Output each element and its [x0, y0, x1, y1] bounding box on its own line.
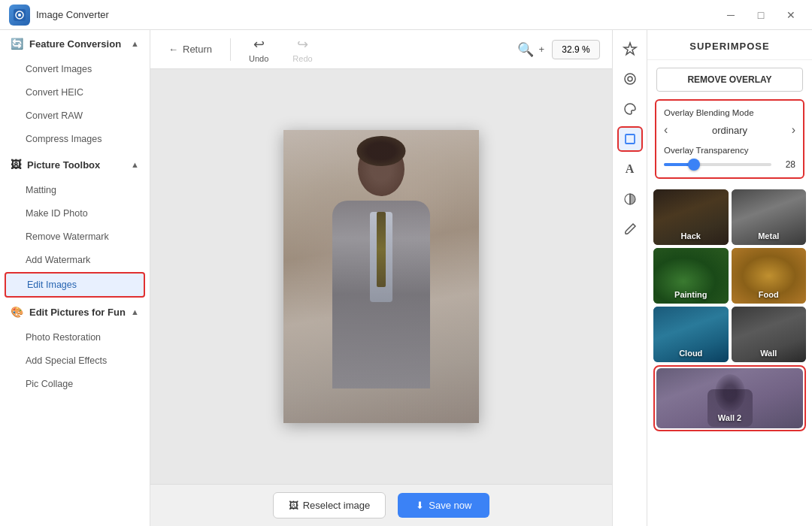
sidebar-item-matting[interactable]: Matting	[5, 179, 145, 201]
adjust-tool-button[interactable]	[617, 66, 643, 92]
sidebar-item-photo-restoration[interactable]: Photo Restoration	[5, 326, 145, 349]
undo-icon: ↩	[253, 36, 265, 53]
text-icon: A	[626, 162, 635, 176]
superimpose-header: SUPERIMPOSE	[647, 30, 812, 60]
zoom-icon: +	[538, 44, 544, 55]
chevron-up-icon: ▲	[131, 39, 139, 48]
chevron-up-icon3: ▲	[131, 307, 139, 316]
transparency-value: 28	[777, 159, 795, 170]
maximize-button[interactable]: □	[749, 7, 773, 23]
main-image	[283, 130, 479, 423]
zoom-out-button[interactable]: 🔍	[517, 41, 534, 58]
transparency-slider-row: 28	[664, 159, 795, 170]
picture-toolbox-items: Matting Make ID Photo Remove Watermark A…	[0, 179, 150, 298]
overlay-thumb-cloud[interactable]: Cloud	[653, 307, 729, 362]
svg-rect-5	[626, 135, 635, 144]
svg-point-2	[18, 14, 21, 17]
text-tool-button[interactable]: A	[617, 156, 643, 182]
feature-conversion-header[interactable]: 🔄 Feature Conversion ▲	[0, 30, 150, 57]
bottom-bar: 🖼 Reselect image ⬇ Save now	[150, 484, 612, 526]
overlay-wall-img: Wall	[732, 307, 807, 362]
overlay-thumb-wall2[interactable]: Wall 2	[656, 368, 803, 428]
transparency-slider-thumb[interactable]	[688, 159, 700, 171]
sidebar-item-convert-images[interactable]: Convert Images	[5, 58, 145, 80]
image-container	[283, 130, 479, 423]
feature-conversion-items: Convert Images Convert HEIC Convert RAW …	[0, 58, 150, 150]
overlay-food-img: Food	[732, 248, 807, 304]
svg-point-3	[625, 74, 635, 84]
sidebar-item-remove-watermark[interactable]: Remove Watermark	[5, 225, 145, 248]
shape-tool-button[interactable]	[617, 186, 643, 212]
crop-tool-button[interactable]	[617, 126, 643, 152]
reselect-image-button[interactable]: 🖼 Reselect image	[273, 492, 386, 518]
sidebar-item-edit-images[interactable]: Edit Images	[5, 272, 145, 298]
main-layout: 🔄 Feature Conversion ▲ Convert Images Co…	[0, 30, 812, 526]
brush-tool-button[interactable]	[617, 216, 643, 242]
window-controls: ─ □ ✕	[719, 7, 803, 23]
blend-next-button[interactable]: ›	[792, 123, 795, 137]
sidebar-item-make-id-photo[interactable]: Make ID Photo	[5, 202, 145, 225]
overlay-grid: Hack Metal Painting	[647, 186, 812, 434]
overlay-thumb-metal[interactable]: Metal	[732, 189, 807, 245]
overlay-effect	[283, 130, 479, 423]
sidebar-item-compress-images[interactable]: Compress Images	[5, 128, 145, 150]
overlay-metal-img: Metal	[732, 189, 807, 245]
redo-icon: ↪	[297, 36, 308, 53]
redo-button[interactable]: ↪ Redo	[286, 33, 318, 66]
return-button[interactable]: ← Return	[162, 41, 218, 58]
blend-value: ordinary	[712, 125, 747, 136]
tool-icons-bar: A	[612, 30, 647, 526]
picture-toolbox-header[interactable]: 🖼 Picture Toolbox ▲	[0, 151, 150, 178]
svg-point-4	[628, 77, 632, 81]
remove-overlay-button[interactable]: REMOVE OVERLAY	[656, 68, 803, 92]
sidebar-item-add-watermark[interactable]: Add Watermark	[5, 249, 145, 271]
edit-pictures-icon: 🎨	[11, 306, 23, 318]
overlay-wall2-img: Wall 2	[656, 368, 803, 428]
overlay-thumb-painting[interactable]: Painting	[653, 248, 729, 304]
chevron-up-icon2: ▲	[131, 160, 139, 169]
zoom-area: 🔍 + 32.9 %	[517, 40, 600, 59]
save-now-button[interactable]: ⬇ Save now	[398, 493, 489, 518]
edit-pictures-items: Photo Restoration Add Special Effects Pi…	[0, 326, 150, 395]
overlay-thumb-food[interactable]: Food	[732, 248, 807, 304]
color-tool-button[interactable]	[617, 96, 643, 122]
app-logo	[9, 5, 30, 26]
overlay-hack-img: Hack	[653, 189, 729, 245]
sidebar-item-pic-collage[interactable]: Pic Collage	[5, 373, 145, 395]
zoom-input[interactable]: 32.9 %	[552, 40, 600, 59]
toolbox-icon: 🖼	[11, 159, 21, 171]
overlay-thumb-wall2-container: Wall 2	[653, 365, 806, 431]
superimpose-panel: SUPERIMPOSE REMOVE OVERLAY Overlay Blend…	[647, 30, 812, 526]
return-arrow-icon: ←	[168, 44, 178, 55]
toolbar: ← Return ↩ Undo ↪ Redo 🔍 + 32.9 %	[150, 30, 612, 69]
overlay-painting-img: Painting	[653, 248, 729, 304]
sidebar: 🔄 Feature Conversion ▲ Convert Images Co…	[0, 30, 150, 526]
overlay-thumb-wall[interactable]: Wall	[732, 307, 807, 362]
transparency-slider-track	[664, 163, 771, 166]
sidebar-item-convert-heic[interactable]: Convert HEIC	[5, 81, 145, 104]
blend-selector: ‹ ordinary ›	[664, 123, 795, 137]
blend-mode-label: Overlay Blending Mode	[664, 108, 795, 117]
reselect-icon: 🖼	[289, 500, 298, 511]
feature-icon: 🔄	[11, 38, 23, 50]
close-button[interactable]: ✕	[779, 7, 803, 23]
canvas-area	[150, 69, 612, 484]
sidebar-item-convert-raw[interactable]: Convert RAW	[5, 104, 145, 127]
undo-button[interactable]: ↩ Undo	[243, 33, 274, 66]
save-icon: ⬇	[416, 500, 424, 511]
app-title: Image Converter	[36, 9, 719, 20]
toolbar-separator-1	[230, 38, 231, 61]
blend-prev-button[interactable]: ‹	[664, 123, 668, 137]
edit-pictures-header[interactable]: 🎨 Edit Pictures for Fun ▲	[0, 298, 150, 325]
overlay-cloud-img: Cloud	[653, 307, 729, 362]
overlay-thumb-hack[interactable]: Hack	[653, 189, 729, 245]
transparency-label: Overlay Transparency	[664, 146, 795, 155]
content-area: ← Return ↩ Undo ↪ Redo 🔍 + 32.9 %	[150, 30, 612, 526]
blend-mode-box: Overlay Blending Mode ‹ ordinary › Overl…	[655, 99, 804, 179]
minimize-button[interactable]: ─	[719, 7, 743, 23]
pin-tool-button[interactable]	[617, 36, 643, 62]
titlebar: Image Converter ─ □ ✕	[0, 0, 812, 30]
sidebar-item-add-special-effects[interactable]: Add Special Effects	[5, 349, 145, 372]
